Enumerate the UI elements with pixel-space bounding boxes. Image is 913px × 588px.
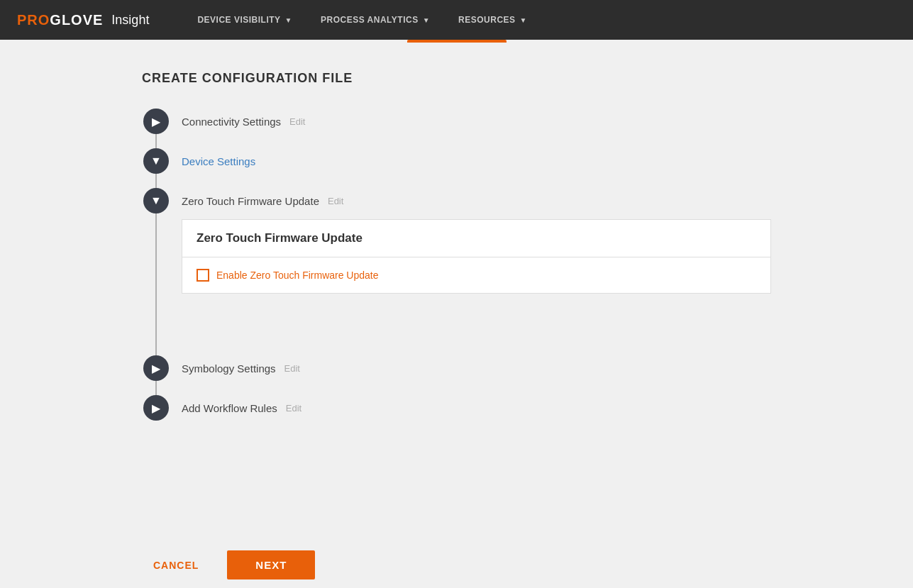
chevron-down-icon: ▼ [520,16,527,24]
panel-header: Zero Touch Firmware Update [182,220,770,257]
step-title-workflow: Add Workflow Rules [182,402,277,414]
step-title-connectivity: Connectivity Settings [182,116,281,128]
nav-item-resources[interactable]: RESOURCES ▼ [444,0,541,40]
step-content-workflow: Add Workflow Rules Edit [182,395,771,423]
step-symbology: ▶ Symbology Settings Edit [142,355,771,395]
step-left-workflow: ▶ [142,395,170,423]
next-button[interactable]: NEXT [227,550,315,579]
step-icon-symbology[interactable]: ▶ [143,355,169,381]
logo-insight: Insight [111,13,149,28]
cancel-button[interactable]: CANCEL [142,551,210,579]
nav-item-device-visibility[interactable]: DEVICE VISIBILITY ▼ [183,0,306,40]
enable-firmware-checkbox[interactable] [197,269,209,282]
chevron-right-icon: ▶ [152,362,160,375]
checkbox-row: Enable Zero Touch Firmware Update [197,269,756,282]
page: CREATE CONFIGURATION FILE ▶ Connectivity… [0,43,913,588]
step-icon-firmware[interactable]: ▼ [143,188,169,213]
chevron-down-icon: ▼ [285,16,292,24]
step-icon-workflow[interactable]: ▶ [143,395,169,421]
step-left-connectivity: ▶ [142,109,170,148]
logo-pro: PRO [17,12,50,28]
checkbox-label: Enable Zero Touch Firmware Update [216,270,379,281]
step-content-connectivity: Connectivity Settings Edit [182,109,771,148]
chevron-down-icon: ▼ [150,194,162,207]
step-connector-3 [155,213,157,355]
step-edit-symbology[interactable]: Edit [284,363,300,374]
step-edit-connectivity[interactable]: Edit [289,116,305,127]
step-connectivity: ▶ Connectivity Settings Edit [142,109,771,148]
step-title-device: Device Settings [182,155,255,167]
step-header-device: Device Settings [182,148,771,174]
step-connector-2 [155,174,157,188]
step-connector-4 [155,381,157,395]
chevron-right-icon: ▶ [152,401,160,415]
nav-item-process-analytics[interactable]: PROCESS ANALYTICS ▼ [306,0,444,40]
step-edit-workflow[interactable]: Edit [286,403,301,414]
step-workflow: ▶ Add Workflow Rules Edit [142,395,771,423]
panel-body: Enable Zero Touch Firmware Update [182,257,770,293]
step-left-symbology: ▶ [142,355,170,395]
nav-items: DEVICE VISIBILITY ▼ PROCESS ANALYTICS ▼ … [183,0,541,40]
steps-container: ▶ Connectivity Settings Edit ▼ [142,109,771,423]
spacer [142,423,771,480]
chevron-right-icon: ▶ [152,115,160,128]
step-content-symbology: Symbology Settings Edit [182,355,771,395]
step-edit-firmware[interactable]: Edit [328,196,343,206]
page-content: CREATE CONFIGURATION FILE ▶ Connectivity… [0,60,913,480]
step-left-firmware: ▼ [142,188,170,355]
step-icon-connectivity[interactable]: ▶ [143,109,169,134]
step-connector-1 [155,134,157,148]
panel-title: Zero Touch Firmware Update [197,231,363,245]
step-header-workflow: Add Workflow Rules Edit [182,395,771,421]
step-firmware: ▼ Zero Touch Firmware Update Edit Zero T… [142,188,771,355]
step-content-firmware: Zero Touch Firmware Update Edit Zero Tou… [182,188,771,355]
step-icon-device[interactable]: ▼ [143,148,169,174]
step-header-firmware: Zero Touch Firmware Update Edit [182,188,771,213]
firmware-panel: Zero Touch Firmware Update Enable Zero T… [182,219,771,294]
step-header-symbology: Symbology Settings Edit [182,355,771,381]
step-header-connectivity: Connectivity Settings Edit [182,109,771,134]
step-device: ▼ Device Settings [142,148,771,188]
page-title: CREATE CONFIGURATION FILE [142,71,771,86]
logo: PROGLOVE Insight [17,12,149,28]
chevron-down-icon: ▼ [150,155,162,167]
footer: CANCEL NEXT [0,539,913,588]
step-title-symbology: Symbology Settings [182,362,276,375]
logo-glove: GLOVE [50,12,103,28]
step-title-firmware: Zero Touch Firmware Update [182,195,319,207]
navbar: PROGLOVE Insight DEVICE VISIBILITY ▼ PRO… [0,0,913,40]
step-left-device: ▼ [142,148,170,188]
step-content-device: Device Settings [182,148,771,188]
chevron-down-icon: ▼ [423,16,430,24]
